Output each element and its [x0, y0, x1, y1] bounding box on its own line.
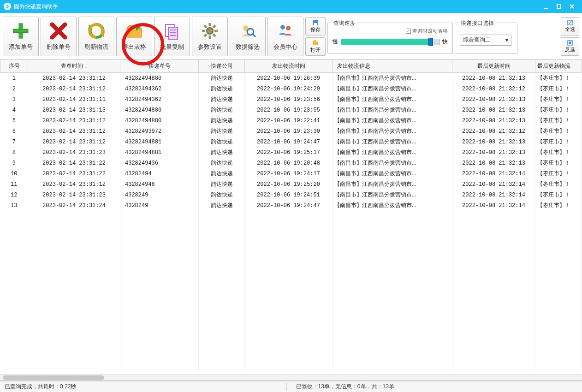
table-row[interactable]: 12023-02-14 23:31:1243282494880韵达快递2022-…: [0, 73, 582, 84]
cell: [535, 264, 582, 274]
table-row[interactable]: 122023-02-14 23:31:234328249韵达快递2022-10-…: [0, 190, 582, 200]
cell: [120, 285, 199, 296]
cell: [245, 327, 333, 338]
add-order-button[interactable]: 添加单号: [3, 17, 39, 56]
table-row[interactable]: [0, 296, 582, 306]
cell: [245, 349, 333, 359]
cell: [333, 274, 452, 285]
table-row[interactable]: 132023-02-14 23:31:244328249韵达快递2022-10-…: [0, 200, 582, 211]
cell: [333, 221, 452, 232]
table-row[interactable]: 82023-02-14 23:31:2343282494881韵达快递2022-…: [0, 147, 582, 158]
export-label: 导出表格: [122, 43, 146, 51]
col-info[interactable]: 发出物流信息: [333, 60, 452, 73]
svg-rect-5: [13, 29, 28, 33]
cell: [28, 306, 120, 317]
cell: [28, 243, 120, 253]
table-row[interactable]: [0, 349, 582, 359]
cell: [452, 359, 535, 370]
cell: 43282493972: [120, 126, 199, 137]
cell: [199, 317, 245, 327]
cell: [245, 221, 333, 232]
save-button[interactable]: 保存: [305, 17, 326, 36]
cell: 2022-10-08 21:32:13: [452, 105, 535, 115]
table-row[interactable]: [0, 338, 582, 349]
app-icon: ⟳: [4, 3, 11, 10]
cell: [199, 221, 245, 232]
params-button[interactable]: 参数设置: [192, 17, 228, 56]
cell: [28, 253, 120, 264]
table-row[interactable]: 92023-02-14 23:31:224328249436韵达快递2022-1…: [0, 158, 582, 168]
cell: [535, 296, 582, 306]
delete-order-button[interactable]: 删除单号: [41, 17, 77, 56]
delete-order-label: 删除单号: [47, 43, 71, 51]
member-button[interactable]: 会员中心: [267, 17, 303, 56]
table-row[interactable]: 102023-02-14 23:31:2243282494韵达快递2022-10…: [0, 168, 582, 179]
cell: 2022-10-06 19:25:20: [245, 179, 333, 190]
table-row[interactable]: [0, 232, 582, 243]
cell: [28, 264, 120, 274]
table-row[interactable]: [0, 306, 582, 317]
cell: 韵达快递: [199, 105, 245, 115]
table-row[interactable]: [0, 243, 582, 253]
minimize-button[interactable]: [540, 1, 552, 12]
table-row[interactable]: 52023-02-14 23:31:1243282494880韵达快递2022-…: [0, 115, 582, 126]
batch-copy-button[interactable]: 批量复制: [154, 17, 190, 56]
interface-select[interactable]: 综合查询二 ▾: [460, 35, 511, 46]
table-row[interactable]: [0, 274, 582, 285]
cell: 2022-10-08 21:32:13: [452, 137, 535, 147]
cell: [452, 338, 535, 349]
table-row[interactable]: [0, 253, 582, 264]
fast-label: 快: [442, 38, 448, 46]
table-row[interactable]: [0, 359, 582, 370]
scroll-checkbox[interactable]: ✓ 查询时滚动表格: [406, 28, 448, 35]
svg-rect-26: [314, 23, 317, 25]
col-upd[interactable]: 最后更新时间: [452, 60, 535, 73]
cell: 4: [0, 105, 28, 115]
cell: [452, 264, 535, 274]
horizontal-scrollbar[interactable]: [0, 374, 582, 380]
invert-select-button[interactable]: 反选: [561, 37, 579, 56]
col-last[interactable]: 最后更新物流: [535, 60, 582, 73]
cell: 【南昌市】江西南昌分拨营销市...: [333, 137, 452, 147]
table-row[interactable]: 72023-02-14 23:31:1243282494881韵达快递2022-…: [0, 137, 582, 147]
invert-icon: [567, 40, 573, 46]
cell: [199, 211, 245, 221]
table-row[interactable]: [0, 264, 582, 274]
params-label: 参数设置: [198, 43, 222, 51]
close-button[interactable]: [565, 1, 578, 12]
table-row[interactable]: [0, 285, 582, 296]
cell: [245, 296, 333, 306]
table-row[interactable]: 32023-02-14 23:31:1143282494362韵达快递2022-…: [0, 94, 582, 105]
table-row[interactable]: 62023-02-14 23:31:1243282493972韵达快递2022-…: [0, 126, 582, 137]
cell: [333, 317, 452, 327]
table-row[interactable]: 42023-02-14 23:31:1343282494880韵达快递2022-…: [0, 105, 582, 115]
cell: [535, 253, 582, 264]
chevron-down-icon: ▾: [505, 37, 508, 43]
cell: 2022-10-08 21:32:13: [452, 94, 535, 105]
col-seq[interactable]: 序号: [0, 60, 28, 73]
save-label: 保存: [310, 26, 321, 33]
col-send[interactable]: 发出物流时间: [245, 60, 333, 73]
cell: [535, 317, 582, 327]
table-row[interactable]: 112023-02-14 23:31:12432824948韵达快递2022-1…: [0, 179, 582, 190]
select-all-button[interactable]: 全选: [561, 17, 579, 36]
cell: [0, 243, 28, 253]
maximize-button[interactable]: [552, 1, 565, 12]
table-row[interactable]: [0, 327, 582, 338]
filter-button[interactable]: 数据筛选: [230, 17, 266, 56]
open-button[interactable]: 打开: [305, 37, 326, 56]
table-row[interactable]: [0, 317, 582, 327]
speed-slider[interactable]: [341, 39, 439, 45]
export-button[interactable]: 导出表格: [116, 17, 152, 56]
table-row[interactable]: [0, 211, 582, 221]
scroll-thumb[interactable]: [3, 375, 104, 380]
svg-point-24: [286, 26, 291, 30]
refresh-button[interactable]: 刷新物流: [78, 17, 114, 56]
col-comp[interactable]: 快递公司: [199, 60, 245, 73]
col-time[interactable]: 查单时间 ↓: [28, 60, 120, 73]
cell: [199, 264, 245, 274]
table-row[interactable]: 22023-02-14 23:31:1243282494362韵达快递2022-…: [0, 83, 582, 94]
table-row[interactable]: [0, 221, 582, 232]
slider-thumb[interactable]: [428, 38, 433, 46]
col-order[interactable]: 快递单号: [120, 60, 199, 73]
